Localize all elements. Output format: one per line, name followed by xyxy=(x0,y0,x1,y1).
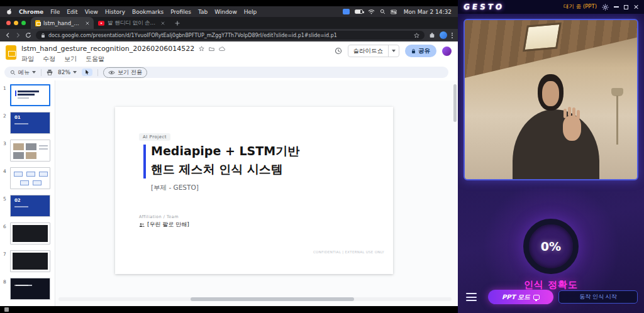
tab-title: lstm_hand_gesture_recogni xyxy=(43,20,82,26)
menus-search-button[interactable]: 메뉴 xyxy=(10,69,36,77)
vertical-scrollbar[interactable] xyxy=(453,84,457,122)
accuracy-value: 0% xyxy=(541,239,561,253)
start-recognition-button[interactable]: 동작 인식 시작 xyxy=(558,290,638,304)
move-folder-icon[interactable] xyxy=(209,47,214,52)
version-history-icon[interactable] xyxy=(335,47,342,55)
print-icon[interactable] xyxy=(47,69,53,75)
thumbnail-4[interactable]: 4 xyxy=(0,167,55,192)
spotlight-icon[interactable] xyxy=(380,9,386,14)
bottom-bezel xyxy=(0,306,458,313)
account-avatar[interactable] xyxy=(442,47,452,56)
minimize-icon[interactable] xyxy=(614,6,619,8)
thumb-number: 6 xyxy=(3,224,6,229)
slides-favicon xyxy=(35,20,40,26)
chrome-menu-icon[interactable] xyxy=(452,33,453,38)
extensions-puzzle-icon[interactable] xyxy=(429,32,435,38)
thumbnail-1[interactable]: 1 xyxy=(0,84,55,109)
close-window-button[interactable] xyxy=(6,21,11,25)
tab-close-icon[interactable] xyxy=(86,21,89,25)
menu-window[interactable]: Window xyxy=(214,9,237,15)
share-label: 공유 xyxy=(418,47,430,55)
zoom-window-button[interactable] xyxy=(21,21,26,25)
thumb-number: 8 xyxy=(3,279,6,285)
screen-mirroring-icon[interactable] xyxy=(343,9,350,14)
macos-menubar: Chrome File Edit View History Bookmarks … xyxy=(0,6,458,17)
zoom-select[interactable]: 82% xyxy=(58,69,77,75)
section-number: 02 xyxy=(14,198,21,203)
thumbnail-5[interactable]: 5 02 xyxy=(0,195,55,220)
slides-menu-edit[interactable]: 수정 xyxy=(43,55,55,63)
menu-view[interactable]: View xyxy=(85,9,98,15)
thumbnail-6[interactable]: 6 xyxy=(0,222,55,248)
select-tool[interactable] xyxy=(82,69,92,76)
eye-icon xyxy=(108,70,115,75)
gesto-window: GESTO 대기 중 (PPT) xyxy=(458,0,644,313)
close-icon[interactable] xyxy=(633,4,638,9)
menu-help[interactable]: Help xyxy=(244,9,257,15)
slide-badge: AI Project xyxy=(139,133,170,141)
current-slide[interactable]: AI Project Mediapipe + LSTM기반 핸드 제스처 인식 … xyxy=(115,107,393,274)
thumbnail-2[interactable]: 2 01 xyxy=(0,112,55,137)
maximize-icon[interactable] xyxy=(624,5,628,9)
horizontal-scrollbar[interactable] xyxy=(58,297,452,301)
gear-icon[interactable] xyxy=(602,4,609,11)
slides-menu-view[interactable]: 보기 xyxy=(64,55,77,63)
tab-close-icon[interactable] xyxy=(161,21,165,25)
battery-icon[interactable] xyxy=(355,9,363,14)
menus-label: 메뉴 xyxy=(18,69,30,77)
browser-profile-avatar[interactable] xyxy=(440,31,447,39)
menu-bookmarks[interactable]: Bookmarks xyxy=(132,9,164,15)
chrome-urlbar: docs.google.com/presentation/d/1YvuoIFOR… xyxy=(0,29,458,41)
slideshow-button[interactable]: 슬라이드쇼 xyxy=(348,45,400,57)
bookmark-star-icon[interactable] xyxy=(414,33,419,38)
wifi-icon[interactable] xyxy=(368,9,375,14)
tab-youtube[interactable]: 발 핸디디 없이 손짓으로 컴퓨터 제... xyxy=(94,17,169,29)
apple-icon[interactable] xyxy=(6,8,12,15)
share-button[interactable]: 공유 xyxy=(405,45,436,57)
launcher-grid-icon[interactable] xyxy=(4,307,9,312)
thumbnail-3[interactable]: 3 xyxy=(0,140,55,165)
menu-profiles[interactable]: Profiles xyxy=(170,9,191,15)
thumb-number: 3 xyxy=(3,141,6,146)
cloud-status-icon[interactable] xyxy=(219,47,225,52)
share-lock-icon xyxy=(411,48,416,54)
document-title[interactable]: lstm_hand_gesture_recognition_2026020601… xyxy=(21,45,194,53)
slides-menu-help[interactable]: 도움말 xyxy=(86,55,104,63)
scrollbar-thumb[interactable] xyxy=(191,297,354,301)
menubar-clock[interactable]: Mon Mar 2 14:32 xyxy=(404,9,452,15)
menu-history[interactable]: History xyxy=(105,9,125,15)
gesto-titlebar[interactable]: GESTO 대기 중 (PPT) xyxy=(458,0,644,14)
forward-icon[interactable] xyxy=(15,32,21,38)
hamburger-menu-icon[interactable] xyxy=(466,293,477,301)
back-icon[interactable] xyxy=(5,32,11,38)
tab-slides[interactable]: lstm_hand_gesture_recogni xyxy=(31,17,94,29)
control-center-icon[interactable] xyxy=(391,9,397,14)
menu-file[interactable]: File xyxy=(50,9,60,15)
refresh-icon[interactable] xyxy=(25,32,31,38)
skylight xyxy=(523,23,562,52)
slides-header: lstm_hand_gesture_recognition_2026020601… xyxy=(0,41,458,65)
thumbnail-8[interactable]: 8 xyxy=(0,278,55,303)
tab-title: 발 핸디디 없이 손짓으로 컴퓨터 제... xyxy=(108,19,158,27)
team-icon xyxy=(139,222,145,228)
slides-menu-file[interactable]: 파일 xyxy=(21,55,34,63)
thumb-number: 2 xyxy=(3,113,6,119)
person-head xyxy=(538,74,564,111)
zoom-value: 82% xyxy=(58,69,70,75)
team-name: [우린 팔로 만해] xyxy=(147,221,189,229)
address-bar[interactable]: docs.google.com/presentation/d/1YvuoIFOR… xyxy=(36,31,425,40)
slide-subtitle: [부제 - GESTO] xyxy=(151,184,199,192)
new-tab-button[interactable] xyxy=(169,21,186,26)
slideshow-dropdown[interactable] xyxy=(388,45,399,57)
slides-logo-icon[interactable] xyxy=(6,45,16,60)
menu-edit[interactable]: Edit xyxy=(67,9,77,15)
view-only-chip[interactable]: 보기 전용 xyxy=(103,67,147,78)
menu-tab[interactable]: Tab xyxy=(198,9,208,15)
thumbnail-7[interactable]: 7 xyxy=(0,250,55,275)
ppt-mode-button[interactable]: PPT 모드 xyxy=(488,290,553,304)
screen: Chrome File Edit View History Bookmarks … xyxy=(0,0,644,313)
minimize-window-button[interactable] xyxy=(14,21,18,25)
menu-chrome[interactable]: Chrome xyxy=(19,9,43,15)
star-icon[interactable] xyxy=(199,46,204,52)
person-hand xyxy=(563,116,581,141)
